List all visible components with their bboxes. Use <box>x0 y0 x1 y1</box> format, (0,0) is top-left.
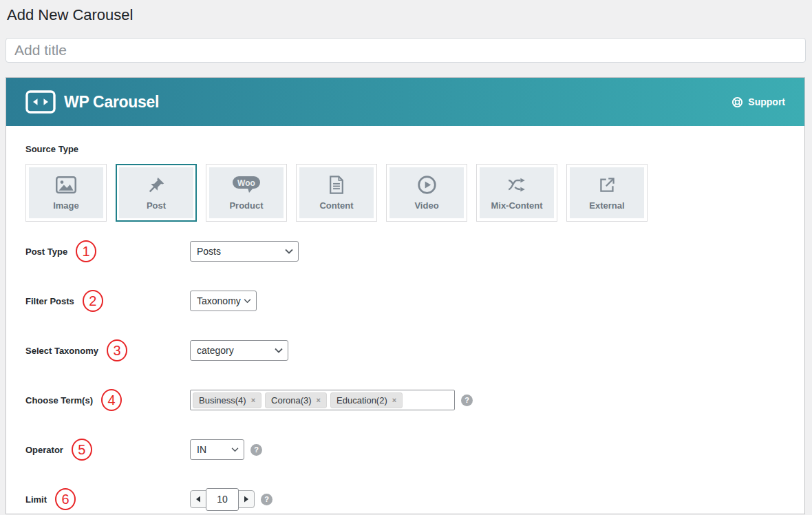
help-icon[interactable]: ? <box>250 444 262 456</box>
post-type-label-group: Post Type 1 <box>25 240 190 262</box>
increment-button[interactable] <box>239 491 254 507</box>
annotation-circle-4: 4 <box>101 389 122 411</box>
left-triangle-icon <box>195 496 201 503</box>
operator-row: Operator 5 IN ? <box>25 439 785 461</box>
term-chip-label: Corona(3) <box>271 395 312 406</box>
term-chip-label: Education(2) <box>336 395 387 406</box>
term-chip: Corona(3) × <box>265 392 327 408</box>
help-icon[interactable]: ? <box>261 494 273 505</box>
tab-label: Video <box>414 200 438 211</box>
brand-name: WP Carousel <box>64 93 159 112</box>
wp-carousel-header: WP Carousel Support <box>6 78 804 126</box>
tab-post[interactable]: Post <box>116 164 197 222</box>
limit-label-group: Limit 6 <box>25 488 190 510</box>
woocommerce-icon: Woo <box>232 176 261 195</box>
post-type-label: Post Type <box>25 246 67 257</box>
svg-text:Woo: Woo <box>237 178 255 188</box>
tab-label: Content <box>319 200 353 211</box>
annotation-circle-1: 1 <box>76 240 96 262</box>
annotation-circle-5: 5 <box>72 439 92 461</box>
play-circle-icon <box>418 176 436 195</box>
operator-label: Operator <box>25 445 63 455</box>
external-link-icon <box>599 176 616 195</box>
tab-label: Product <box>229 200 263 211</box>
select-taxonomy-row: Select Taxonomy 3 category <box>25 339 785 361</box>
choose-terms-label-group: Choose Term(s) 4 <box>25 389 190 411</box>
tab-external[interactable]: External <box>566 164 648 222</box>
limit-row: Limit 6 ? <box>25 488 785 510</box>
annotation-circle-2: 2 <box>83 290 103 312</box>
decrement-button[interactable] <box>191 491 206 507</box>
source-type-tabs: Image Post <box>25 164 785 222</box>
select-taxonomy-label-group: Select Taxonomy 3 <box>25 339 190 361</box>
limit-label: Limit <box>25 494 47 505</box>
shuffle-icon <box>507 176 526 195</box>
tab-video[interactable]: Video <box>386 164 467 222</box>
tab-label: Mix-Content <box>491 200 542 211</box>
help-icon[interactable]: ? <box>461 395 473 406</box>
source-type-label: Source Type <box>25 144 785 154</box>
term-chip-label: Business(4) <box>199 395 246 406</box>
annotation-circle-3: 3 <box>107 339 127 361</box>
tab-label: Post <box>147 200 166 211</box>
remove-term-icon[interactable]: × <box>392 397 396 404</box>
support-link[interactable]: Support <box>731 96 785 108</box>
post-type-row: Post Type 1 Posts <box>25 240 785 262</box>
post-type-select[interactable]: Posts <box>190 241 299 262</box>
page-title: Add New Carousel <box>7 6 812 24</box>
support-label: Support <box>748 96 785 107</box>
annotation-circle-6: 6 <box>55 488 76 510</box>
tab-image[interactable]: Image <box>25 164 107 222</box>
term-chip: Education(2) × <box>330 392 403 408</box>
right-triangle-icon <box>244 496 249 503</box>
image-icon <box>56 176 76 195</box>
remove-term-icon[interactable]: × <box>317 397 321 404</box>
tab-product[interactable]: Woo Product <box>206 164 287 222</box>
add-new-carousel-page: Add New Carousel WP Carousel <box>0 6 812 515</box>
terms-input[interactable]: Business(4) × Corona(3) × Education(2) × <box>190 390 455 410</box>
select-taxonomy-label: Select Taxonomy <box>25 346 98 356</box>
wp-carousel-brand: WP Carousel <box>25 92 159 112</box>
pushpin-icon <box>147 176 165 195</box>
filter-posts-label-group: Filter Posts 2 <box>25 290 190 312</box>
wp-carousel-logo-icon <box>25 92 56 112</box>
tab-label: Image <box>53 200 79 211</box>
lifebuoy-icon <box>731 96 743 108</box>
choose-terms-row: Choose Term(s) 4 Business(4) × Corona(3)… <box>25 389 785 411</box>
post-title-input[interactable] <box>6 38 806 63</box>
tab-label: External <box>589 200 624 211</box>
operator-select[interactable]: IN <box>190 439 244 460</box>
choose-terms-label: Choose Term(s) <box>25 395 93 406</box>
operator-label-group: Operator 5 <box>25 439 190 461</box>
filter-posts-row: Filter Posts 2 Taxonomy <box>25 290 785 312</box>
tab-mix-content[interactable]: Mix-Content <box>476 164 557 222</box>
tab-content[interactable]: Content <box>296 164 377 222</box>
taxonomy-select[interactable]: category <box>190 340 288 361</box>
wp-carousel-metabox: WP Carousel Support <box>6 77 805 514</box>
panel-body: Source Type Image <box>6 126 804 510</box>
remove-term-icon[interactable]: × <box>251 397 255 404</box>
term-chip: Business(4) × <box>193 392 261 408</box>
limit-input[interactable] <box>206 488 239 511</box>
filter-posts-label: Filter Posts <box>25 296 74 306</box>
filter-posts-select[interactable]: Taxonomy <box>190 291 257 311</box>
document-icon <box>329 176 344 195</box>
limit-stepper <box>190 490 255 508</box>
